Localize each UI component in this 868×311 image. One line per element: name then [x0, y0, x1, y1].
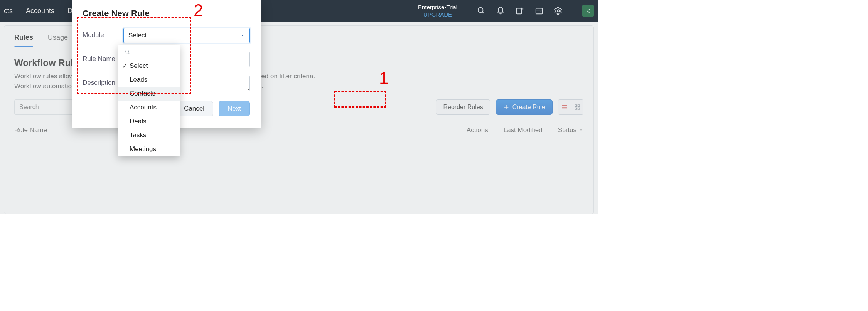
dropdown-search	[121, 46, 177, 58]
bell-icon[interactable]	[496, 6, 506, 16]
dropdown-item-accounts[interactable]: Accounts	[118, 101, 180, 114]
svg-line-1	[482, 12, 484, 14]
add-icon[interactable]	[515, 6, 525, 16]
search-icon	[125, 49, 130, 55]
svg-point-8	[557, 10, 560, 12]
module-select[interactable]: Select	[123, 28, 250, 43]
next-button[interactable]: Next	[219, 101, 250, 116]
module-select-value: Select	[128, 32, 147, 39]
calendar-icon[interactable]	[534, 6, 544, 16]
annotation-label-2: 2	[194, 1, 203, 20]
svg-rect-5	[536, 8, 543, 14]
modal-title: Create New Rule	[83, 8, 250, 18]
dropdown-item-tasks[interactable]: Tasks	[118, 128, 180, 142]
svg-point-18	[126, 50, 129, 53]
description-label: Description	[83, 79, 123, 87]
search-icon[interactable]	[476, 6, 486, 16]
trial-info: Enterprise-Trial UPGRADE	[418, 3, 457, 18]
svg-line-19	[128, 53, 129, 54]
dropdown-item-meetings[interactable]: Meetings	[118, 142, 180, 156]
divider	[573, 4, 573, 17]
dropdown-search-input[interactable]	[132, 49, 173, 55]
dropdown-item-deals[interactable]: Deals	[118, 114, 180, 128]
avatar[interactable]: K	[582, 5, 594, 17]
dropdown-item-contacts[interactable]: Contacts	[118, 87, 180, 101]
rule-name-label: Rule Name	[83, 55, 123, 63]
chevron-down-icon	[240, 33, 245, 38]
svg-point-0	[478, 8, 483, 13]
nav-contacts[interactable]: cts	[4, 7, 13, 15]
upgrade-link[interactable]: UPGRADE	[418, 11, 457, 18]
dropdown-item-leads[interactable]: Leads	[118, 73, 180, 87]
module-label: Module	[83, 31, 123, 39]
cancel-button[interactable]: Cancel	[175, 101, 213, 116]
nav-accounts[interactable]: Accounts	[26, 7, 54, 15]
module-dropdown: Select Leads Contacts Accounts Deals Tas…	[118, 45, 180, 156]
trial-label: Enterprise-Trial	[418, 3, 457, 11]
gear-icon[interactable]	[553, 6, 563, 16]
field-module: Module Select	[83, 28, 250, 43]
dropdown-item-select[interactable]: Select	[118, 59, 180, 73]
annotation-label-1: 1	[379, 69, 388, 88]
topbar-right: Enterprise-Trial UPGRADE K	[418, 3, 594, 18]
divider	[467, 4, 467, 17]
